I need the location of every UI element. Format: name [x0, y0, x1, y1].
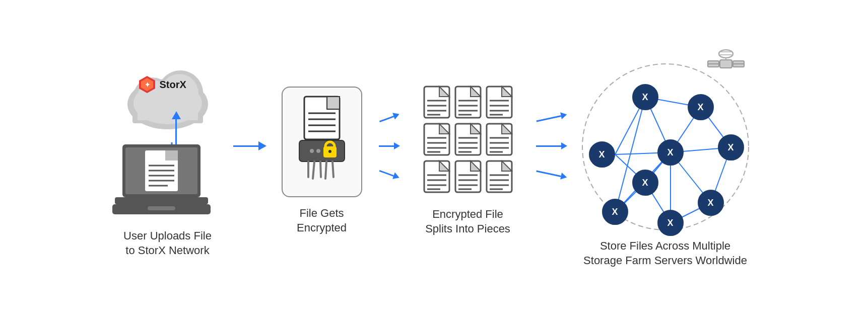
node-2-label: X	[697, 102, 703, 113]
upload-arrow-head	[172, 111, 181, 119]
encrypt-box	[282, 87, 362, 197]
svg-rect-22	[148, 206, 175, 210]
svg-line-39	[325, 162, 326, 179]
file-icon-5	[454, 123, 482, 156]
network-section: X X X X X X X X X Store Files Across Mul…	[570, 54, 761, 268]
file-icon-6	[486, 123, 513, 156]
file-grid	[423, 86, 513, 193]
svg-rect-7	[138, 102, 198, 120]
arrow-1-line	[233, 145, 258, 147]
cloud-svg	[122, 59, 213, 129]
node-1-label: X	[642, 92, 648, 103]
storx-icon: ✦	[138, 75, 157, 94]
row-arrow-mid-head	[561, 142, 567, 149]
row-arrow-bot	[536, 168, 568, 181]
upload-section: ✦ StorX	[107, 59, 228, 263]
laptop-svg	[112, 139, 213, 220]
node-1: X	[632, 84, 658, 110]
svg-rect-59	[424, 124, 449, 155]
svg-text:✦: ✦	[144, 81, 150, 89]
svg-marker-25	[327, 97, 340, 109]
file-icon-9	[486, 160, 513, 193]
node-4-label: X	[667, 147, 673, 158]
node-5-label: X	[642, 178, 648, 188]
encrypt-device-svg	[289, 94, 355, 190]
encrypt-label: File Gets Encrypted	[297, 206, 347, 235]
row-arrow-top-line	[536, 115, 561, 122]
cloud-laptop-illustration: ✦ StorX	[112, 59, 223, 220]
file-icon-2	[454, 86, 482, 119]
storx-label: StorX	[160, 79, 186, 91]
node-7: X	[657, 210, 684, 236]
svg-rect-65	[455, 124, 481, 155]
svg-rect-53	[487, 87, 512, 118]
svg-point-32	[316, 149, 320, 153]
split-arrow-top-head	[392, 111, 400, 119]
node-5: X	[632, 170, 658, 196]
node-8: X	[602, 199, 628, 225]
network-label: Store Files Across Multiple Storage Farm…	[583, 239, 747, 268]
split-arrow-mid-line	[379, 145, 394, 147]
svg-line-37	[313, 162, 314, 179]
split-arrow-bot-line	[379, 170, 393, 176]
split-arrow-mid-head	[394, 142, 400, 149]
diagram: ✦ StorX	[0, 0, 868, 322]
split-arrow-bot-head	[392, 173, 400, 181]
node-7-label: X	[667, 218, 673, 228]
satellite-icon	[706, 44, 746, 91]
file-icon-7	[423, 160, 450, 193]
svg-rect-41	[424, 87, 449, 118]
encrypt-section: File Gets Encrypted	[272, 87, 372, 235]
row-arrow-top	[536, 111, 568, 125]
svg-rect-30	[299, 140, 345, 162]
svg-marker-14	[165, 150, 178, 160]
node-2: X	[688, 94, 714, 120]
svg-line-40	[332, 162, 333, 177]
file-icon-3	[486, 86, 513, 119]
node-9-label: X	[598, 149, 605, 160]
upload-label: User Uploads File to StorX Network	[123, 229, 212, 258]
split-arrow-top	[378, 111, 400, 125]
svg-line-38	[320, 162, 321, 177]
arrow-1-head	[258, 141, 266, 150]
svg-rect-95	[720, 60, 732, 68]
svg-rect-77	[424, 161, 449, 192]
split-arrow-bot	[378, 167, 400, 181]
split-label: Encrypted File Splits Into Pieces	[425, 207, 510, 236]
node-4: X	[657, 139, 684, 166]
svg-rect-83	[455, 161, 481, 192]
svg-rect-89	[487, 161, 512, 192]
file-icon-8	[454, 160, 482, 193]
row-arrow-mid	[536, 142, 567, 149]
storx-logo: ✦ StorX	[138, 75, 186, 94]
node-8-label: X	[612, 207, 618, 217]
svg-point-31	[310, 149, 314, 153]
split-arrow-top-line	[379, 116, 393, 122]
svg-rect-20	[115, 197, 208, 204]
split-arrow-mid	[379, 142, 400, 149]
node-6-label: X	[707, 198, 713, 208]
row-arrow-bot-line	[536, 170, 561, 177]
node-3: X	[718, 134, 744, 160]
node-6: X	[698, 190, 724, 216]
row-arrow-mid-line	[536, 145, 561, 147]
node-3-label: X	[727, 142, 733, 153]
node-9: X	[589, 141, 615, 168]
svg-rect-47	[455, 87, 481, 118]
row-arrow-bot-head	[560, 173, 568, 181]
row-arrow-top-head	[560, 111, 568, 119]
svg-rect-71	[487, 124, 512, 155]
arrow-1	[233, 141, 266, 150]
row-arrows	[536, 114, 567, 178]
file-icon-4	[423, 123, 450, 156]
satellite-svg	[706, 44, 746, 84]
split-section: Encrypted File Splits Into Pieces	[403, 86, 533, 236]
split-arrows	[375, 114, 400, 178]
svg-point-35	[328, 150, 331, 153]
svg-point-100	[719, 50, 733, 58]
file-icon-1	[423, 86, 450, 119]
network-sphere: X X X X X X X X X	[575, 54, 756, 235]
